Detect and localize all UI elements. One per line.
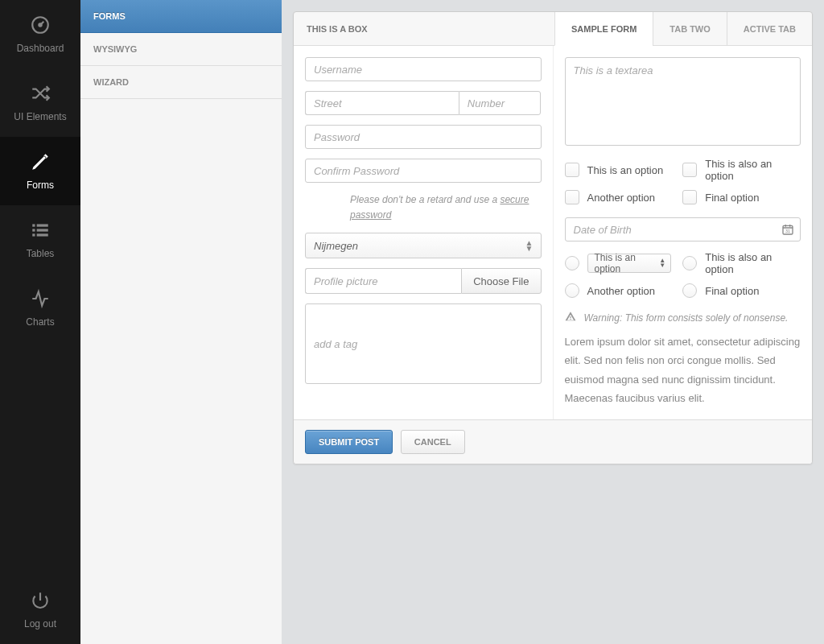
- number-input[interactable]: [459, 91, 542, 115]
- pencil-icon: [30, 151, 51, 175]
- right-column: This is an option This is also an option…: [554, 46, 813, 419]
- radio-option-4[interactable]: Final option: [682, 283, 801, 298]
- nav-forms[interactable]: Forms: [0, 137, 80, 205]
- dashboard-icon: [30, 14, 51, 38]
- tabs: Sample Form Tab Two Active Tab: [554, 12, 812, 45]
- box-header: This is a box Sample Form Tab Two Active…: [294, 12, 812, 46]
- shuffle-icon: [30, 83, 51, 106]
- submit-button[interactable]: Submit Post: [305, 430, 393, 454]
- nav-label: UI Elements: [14, 111, 66, 122]
- confirm-password-input[interactable]: [305, 159, 542, 183]
- checkbox-icon: [682, 190, 697, 204]
- checkbox-icon: [565, 163, 579, 177]
- svg-rect-6: [32, 233, 35, 236]
- nav-dashboard[interactable]: Dashboard: [0, 0, 80, 68]
- nav-ui-elements[interactable]: UI Elements: [0, 68, 80, 137]
- left-column: Please don't be a retard and use a secur…: [294, 46, 554, 419]
- radio-option-3[interactable]: Another option: [565, 283, 683, 298]
- nav-label: Tables: [27, 248, 55, 259]
- svg-rect-5: [37, 229, 48, 231]
- box-body: Please don't be a retard and use a secur…: [294, 46, 812, 419]
- checkbox-option-2[interactable]: This is also an option: [682, 158, 801, 182]
- username-input[interactable]: [305, 57, 542, 81]
- password-help: Please don't be a retard and use a secur…: [305, 192, 542, 233]
- textarea-input[interactable]: [565, 57, 801, 146]
- radio-icon: [682, 283, 697, 298]
- box-footer: Submit Post Cancel: [294, 419, 812, 464]
- svg-rect-3: [37, 224, 48, 226]
- radio-select[interactable]: This is an option▲▼: [587, 254, 672, 273]
- nav-tables[interactable]: Tables: [0, 205, 80, 274]
- cancel-button[interactable]: Cancel: [401, 430, 465, 454]
- nav-label: Log out: [24, 618, 56, 630]
- profile-picture-input[interactable]: Profile picture: [305, 268, 461, 294]
- subnav-wizard[interactable]: Wizard: [80, 66, 282, 99]
- dob-input[interactable]: [565, 217, 801, 242]
- radio-icon: [565, 283, 579, 298]
- checkbox-group: This is an option This is also an option…: [565, 158, 801, 213]
- tab-two[interactable]: Tab Two: [653, 12, 727, 45]
- svg-rect-4: [32, 229, 35, 231]
- nav-label: Dashboard: [17, 43, 64, 54]
- checkbox-icon: [682, 163, 697, 177]
- sub-nav: Forms WYSIWYG Wizard: [80, 0, 282, 644]
- checkbox-icon: [565, 190, 579, 204]
- choose-file-button[interactable]: Choose File: [461, 268, 541, 294]
- radio-icon: [682, 256, 697, 270]
- nav-charts[interactable]: Charts: [0, 274, 80, 342]
- tab-active[interactable]: Active Tab: [727, 12, 812, 45]
- tag-input[interactable]: [305, 303, 542, 384]
- checkbox-option-1[interactable]: This is an option: [565, 158, 683, 182]
- city-select[interactable]: Nijmegen ▲▼: [305, 233, 542, 258]
- checkbox-option-3[interactable]: Another option: [565, 190, 683, 204]
- svg-point-1: [39, 23, 41, 26]
- box-title: This is a box: [294, 24, 554, 34]
- nav-label: Charts: [26, 316, 54, 328]
- nav-logout[interactable]: Log out: [0, 576, 80, 644]
- subnav-wysiwyg[interactable]: WYSIWYG: [80, 33, 282, 66]
- radio-group: Another option Final option: [565, 283, 801, 306]
- select-value: Nijmegen: [314, 240, 358, 252]
- warning-text: Warning: This form consists solely of no…: [584, 312, 789, 324]
- radio-option-2[interactable]: This is also an option: [682, 251, 801, 275]
- form-box: This is a box Sample Form Tab Two Active…: [293, 11, 813, 464]
- password-input[interactable]: [305, 125, 542, 149]
- svg-text:31: 31: [785, 229, 790, 233]
- power-icon: [30, 590, 51, 613]
- svg-rect-7: [37, 233, 48, 236]
- activity-icon: [30, 288, 51, 312]
- radio-icon: [565, 256, 579, 270]
- caret-icon: ▲▼: [525, 240, 534, 251]
- svg-rect-2: [32, 224, 35, 226]
- list-icon: [30, 220, 51, 243]
- street-input[interactable]: [305, 91, 459, 115]
- calendar-icon[interactable]: 31: [781, 223, 794, 236]
- nav-label: Forms: [27, 180, 54, 191]
- warning-icon: [565, 311, 576, 324]
- content: This is a box Sample Form Tab Two Active…: [282, 0, 824, 644]
- subnav-forms[interactable]: Forms: [80, 0, 282, 33]
- warning-row: Warning: This form consists solely of no…: [565, 311, 801, 324]
- lorem-text: Lorem ipsum dolor sit amet, consectetur …: [565, 332, 801, 408]
- tab-sample-form[interactable]: Sample Form: [554, 12, 653, 46]
- caret-icon: ▲▼: [659, 258, 665, 268]
- main-nav: Dashboard UI Elements Forms Tables Chart…: [0, 0, 80, 644]
- checkbox-option-4[interactable]: Final option: [682, 190, 801, 204]
- radio-option-1[interactable]: This is an option▲▼: [565, 254, 683, 273]
